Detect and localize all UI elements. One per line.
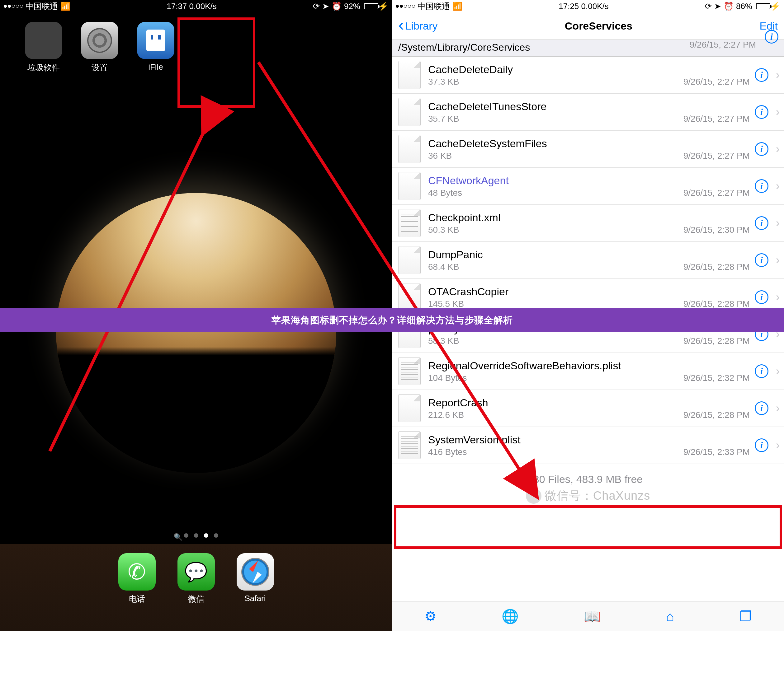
file-name: RegionalOverrideSoftwareBehaviors.plist [428,360,784,372]
status-bar-left: 中国联通 📶 17:37 0.00K/s ⟳ ➤ ⏰ 92% ⚡ [0,0,392,12]
nav-title: CoreServices [565,20,632,32]
file-size: 58.3 KB [428,336,459,346]
lock-icon: ⟳ [313,2,320,11]
file-row[interactable]: Checkpoint.xml50.3 KB9/26/15, 2:30 PMi› [392,205,784,242]
file-row[interactable]: CFNetworkAgent48 Bytes9/26/15, 2:27 PMi› [392,168,784,205]
file-date: 9/26/15, 2:33 PM [684,447,750,457]
speed-label: 0.00K/s [189,2,217,11]
file-size: 104 Bytes [428,373,467,383]
tabs-icon[interactable]: ❐ [740,608,752,624]
chevron-right-icon: › [776,69,780,82]
info-icon[interactable]: i [755,216,768,230]
file-row[interactable]: RegionalOverrideSoftwareBehaviors.plist1… [392,353,784,390]
file-name: Checkpoint.xml [428,212,784,224]
page-indicator[interactable]: 🔍 [0,533,392,537]
chevron-right-icon: › [776,217,780,230]
path-bar[interactable]: /System/Library/CoreServices 9/26/15, 2:… [392,40,784,57]
dock-safari[interactable]: Safari [237,553,274,603]
phone-icon: ✆ [118,553,156,590]
info-icon[interactable]: i [755,439,768,452]
file-size: 50.3 KB [428,225,459,235]
ghost-date: 9/26/15, 2:27 PM [690,40,756,50]
file-name: SystemVersion.plist [428,434,784,446]
safari-icon [237,553,274,590]
file-name: CFNetworkAgent [428,174,784,187]
back-button[interactable]: Library [398,20,438,32]
file-date: 9/26/15, 2:27 PM [684,151,750,161]
file-name: CacheDeleteITunesStore [428,100,784,113]
alarm-icon: ⏰ [332,2,341,11]
file-icon [398,394,421,422]
info-icon[interactable]: i [755,401,768,415]
file-list: CacheDeleteDaily37.3 KB9/26/15, 2:27 PMi… [392,57,784,464]
caption-area [0,631,784,687]
chevron-right-icon: › [776,143,780,156]
file-row[interactable]: CacheDeleteDaily37.3 KB9/26/15, 2:27 PMi… [392,57,784,94]
info-icon[interactable]: i [755,142,768,156]
dock-phone[interactable]: ✆ 电话 [118,553,156,605]
info-icon[interactable]: i [765,30,778,44]
info-icon[interactable]: i [755,105,768,119]
file-row[interactable]: SystemVersion.plist416 Bytes9/26/15, 2:3… [392,427,784,464]
home-icon[interactable]: ⌂ [666,608,674,624]
file-row[interactable]: CacheDeleteSystemFiles36 KB9/26/15, 2:27… [392,131,784,168]
app-label: 垃圾软件 [27,62,60,73]
dock: ✆ 电话 💬 微信 Safari [0,544,392,631]
web-icon[interactable]: 🌐 [502,608,519,625]
wifi-icon: 📶 [452,2,462,11]
info-icon[interactable]: i [755,364,768,378]
location-icon: ➤ [714,2,721,11]
app-settings[interactable]: 设置 [81,22,118,73]
app-ifile[interactable]: iFile [137,22,175,73]
home-row: 垃圾软件 设置 iFile [0,12,392,73]
info-icon[interactable]: i [755,290,768,304]
file-name: ReportCrash [428,397,784,409]
battery-pct: 86% [736,2,752,11]
file-size: 145.5 KB [428,299,464,309]
file-name: DumpPanic [428,248,784,261]
bottom-toolbar: ⚙ 🌐 📖 ⌂ ❐ [392,601,784,631]
chevron-right-icon: › [776,105,780,118]
info-icon[interactable]: i [755,179,768,193]
path-text: /System/Library/CoreServices [398,42,530,53]
file-icon [398,135,421,163]
nav-bar: Library CoreServices Edit [392,12,784,40]
time-label: 17:25 [558,2,579,11]
bookmarks-icon[interactable]: 📖 [584,608,601,625]
battery-icon: ⚡ [363,2,388,11]
app-label: 设置 [92,62,108,73]
file-icon [398,246,421,274]
wechat-icon [526,488,542,504]
watermark: 微信号：ChaXunzs [392,488,784,504]
file-icon [398,61,421,89]
signal-dots-icon [4,5,23,8]
info-icon[interactable]: i [755,68,768,82]
spotlight-icon[interactable]: 🔍 [174,533,178,537]
file-date: 9/26/15, 2:30 PM [684,225,750,235]
wechat-icon: 💬 [178,553,215,590]
status-bar-right: 中国联通 📶 17:25 0.00K/s ⟳ ➤ ⏰ 86% ⚡ [392,0,784,12]
settings-icon[interactable]: ⚙ [424,608,436,624]
highlight-box-systemversion [394,505,782,549]
file-date: 9/26/15, 2:28 PM [684,299,750,309]
app-folder-junk[interactable]: 垃圾软件 [25,22,62,73]
signal-dots-icon [396,5,415,8]
file-row[interactable]: DumpPanic68.4 KB9/26/15, 2:28 PMi› [392,242,784,279]
file-row[interactable]: ReportCrash212.6 KB9/26/15, 2:28 PMi› [392,390,784,427]
file-name: CacheDeleteSystemFiles [428,138,784,150]
wifi-icon: 📶 [60,2,70,11]
file-icon [398,283,421,311]
wallpaper-jupiter [56,193,336,473]
file-size: 36 KB [428,151,452,161]
file-size: 212.6 KB [428,410,464,420]
battery-pct: 92% [344,2,360,11]
file-size: 416 Bytes [428,447,467,457]
location-icon: ➤ [322,2,329,11]
chevron-right-icon: › [776,439,780,452]
folder-icon [25,22,62,59]
info-icon[interactable]: i [755,253,768,267]
dock-wechat[interactable]: 💬 微信 [178,553,215,605]
file-row[interactable]: CacheDeleteITunesStore35.7 KB9/26/15, 2:… [392,94,784,131]
file-date: 9/26/15, 2:28 PM [684,336,750,346]
file-date: 9/26/15, 2:32 PM [684,373,750,383]
